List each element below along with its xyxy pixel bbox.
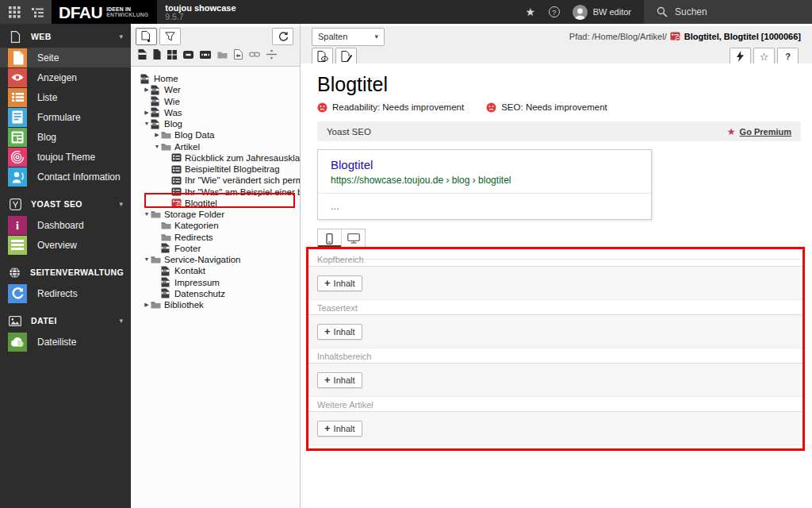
tree-node-storage-folder[interactable]: ▼Storage Folder: [131, 209, 300, 220]
sidebar-item-dashboard[interactable]: iDashboard: [0, 215, 131, 235]
logo-text: DFAU: [59, 4, 102, 21]
tree-node-r-ckblick-zum-jahresausklangsever[interactable]: Rückblick zum Jahresausklangsever: [131, 152, 300, 164]
add-content-button[interactable]: +Inhalt: [317, 372, 362, 388]
sysfolder-icon[interactable]: [217, 51, 228, 59]
topbar-toggles: [0, 0, 52, 24]
sidebar-item-liste[interactable]: Liste: [0, 87, 131, 107]
search-input[interactable]: Suchen: [644, 0, 812, 24]
tree-node-blog-data[interactable]: ▶Blog Data: [131, 129, 300, 140]
sidebar-item-toujou-theme[interactable]: toujou Theme: [0, 147, 131, 167]
page-title: Blogtitel: [317, 74, 801, 95]
tree-expander-icon[interactable]: ▶: [143, 109, 151, 117]
chevron-down-icon: ▾: [119, 33, 123, 40]
page-standard-icon[interactable]: [138, 49, 147, 60]
mount-point-icon[interactable]: [183, 51, 193, 59]
tree-node-wie[interactable]: Wie: [131, 96, 300, 107]
page-tree-panel: Home▶WerWie▶Was▼Blog▶Blog Data▼ArtikelRü…: [131, 24, 301, 508]
plus-icon: +: [324, 423, 331, 433]
recycler-icon[interactable]: [234, 49, 243, 60]
page-plain-icon[interactable]: [153, 49, 161, 60]
user-menu[interactable]: BW editor: [566, 0, 644, 24]
modules-grid-icon[interactable]: [9, 6, 21, 18]
new-page-button[interactable]: [136, 28, 157, 45]
content-section-weitere-artikel: Weitere Artikel+Inhalt: [308, 397, 802, 445]
separator-icon[interactable]: [266, 49, 277, 60]
tree-expander-icon[interactable]: ▼: [143, 256, 151, 264]
tree-node-wer[interactable]: ▶Wer: [131, 84, 300, 95]
tree-node-beispieltitel-blogbeitrag[interactable]: Beispieltitel Blogbeitrag: [131, 164, 300, 175]
edit-page-button[interactable]: [335, 48, 357, 65]
backend-section-icon[interactable]: [167, 50, 177, 60]
tree-node-ihr-was-am-beispiel-einer-bestimm[interactable]: Ihr "Was" am Beispiel einer bestimm: [131, 187, 300, 198]
tree-expander-icon[interactable]: ▼: [153, 143, 161, 151]
bookmark-button[interactable]: ☆: [753, 48, 775, 65]
folder-icon: [151, 301, 163, 309]
sidebar-item-formulare[interactable]: Formulare: [0, 107, 131, 127]
desktop-preview-button[interactable]: [341, 229, 365, 248]
user-name: BW editor: [593, 7, 631, 17]
breadcrumb: Pfad: /Home/Blog/Artikel/ Blogtitel, Blo…: [569, 32, 801, 41]
sidebar-item-blog[interactable]: Blog: [0, 127, 131, 147]
mobile-preview-button[interactable]: [318, 229, 341, 248]
tree-node-artikel[interactable]: ▼Artikel: [131, 141, 300, 152]
docheader-help-button[interactable]: ?: [777, 48, 799, 65]
columns-select[interactable]: Spalten▾: [312, 28, 385, 46]
sidebar-item-redirects[interactable]: Redirects: [0, 283, 131, 303]
tree-node-footer[interactable]: Footer: [131, 243, 300, 254]
doc-header: Spalten▾ Pfad: /Home/Blog/Artikel/ Blogt…: [301, 26, 812, 66]
snippet-title[interactable]: Blogtitel: [318, 150, 651, 171]
tree-node-redirects[interactable]: Redirects: [131, 232, 300, 243]
external-link-icon[interactable]: [249, 49, 260, 60]
sad-face-icon: [317, 102, 327, 113]
tree-expander-icon[interactable]: ▼: [143, 120, 151, 128]
tree-node-home[interactable]: Home: [131, 73, 300, 84]
sidebar-item-overview[interactable]: Overview: [0, 235, 131, 255]
tree-node-kontakt[interactable]: Kontakt: [131, 265, 300, 276]
sidebar-item-dateiliste[interactable]: Dateiliste: [0, 332, 131, 352]
dfau-logo[interactable]: DFAU IDEEN IN ENTWICKLUNG: [52, 0, 157, 24]
content-dropzone: +Inhalt: [308, 267, 802, 300]
add-content-button[interactable]: +Inhalt: [317, 275, 362, 291]
tree-node-datenschutz[interactable]: Datenschutz: [131, 288, 300, 299]
tree-node-bibliothek[interactable]: ▶Bibliothek: [131, 299, 300, 310]
spacer-icon[interactable]: [200, 51, 211, 59]
module-section-yoast-seo[interactable]: YOAST SEO▾: [0, 193, 131, 215]
add-content-button[interactable]: +Inhalt: [317, 421, 362, 437]
module-section-web[interactable]: WEB▾: [0, 25, 131, 48]
module-section-datei[interactable]: DATEI▾: [0, 310, 131, 332]
tree-node-blog[interactable]: ▼Blog: [131, 118, 300, 129]
plus-icon: +: [324, 278, 331, 288]
help-icon[interactable]: ?: [542, 0, 566, 24]
add-content-button[interactable]: +Inhalt: [317, 324, 362, 340]
sidebar-item-contact-information[interactable]: Contact Information: [0, 167, 131, 187]
go-premium-link[interactable]: ★ Go Premium: [727, 126, 791, 137]
tree-expander-icon[interactable]: ▼: [143, 210, 151, 218]
blog-icon: [8, 128, 27, 147]
sidebar-item-anzeigen[interactable]: Anzeigen: [0, 67, 131, 87]
tree-expander-icon[interactable]: ▶: [153, 131, 161, 139]
folder-icon: [151, 210, 163, 218]
tree-node-kategorien[interactable]: Kategorien: [131, 220, 300, 231]
filter-button[interactable]: [159, 28, 181, 45]
tree-expander-icon[interactable]: ▶: [143, 86, 151, 94]
content-section-kopfbereich: Kopfbereich+Inhalt: [308, 252, 802, 300]
status-badge: Readability: Needs improvement: [317, 102, 464, 113]
sad-face-icon: [486, 102, 496, 113]
top-bar: DFAU IDEEN IN ENTWICKLUNG toujou showcas…: [0, 0, 812, 24]
refresh-tree-button[interactable]: [272, 28, 293, 45]
clear-cache-button[interactable]: [730, 48, 751, 65]
page-icon: [140, 74, 152, 84]
avatar: [573, 5, 588, 20]
bookmark-star-icon[interactable]: ★: [519, 0, 542, 24]
tree-node-ihr-wie-ver-ndert-sich-permanent[interactable]: Ihr "Wie" verändert sich permanent: [131, 175, 300, 186]
tree-node-service-navigation[interactable]: ▼Service-Navigation: [131, 254, 300, 265]
pagetree-toggle-icon[interactable]: [32, 7, 44, 17]
view-page-button[interactable]: [312, 48, 333, 65]
yoast-panel-header[interactable]: Yoast SEO ★ Go Premium: [317, 121, 801, 141]
tree-node-blogtitel[interactable]: Blogtitel: [131, 198, 300, 209]
tree-node-was[interactable]: ▶Was: [131, 107, 300, 118]
tree-expander-icon[interactable]: ▶: [143, 301, 151, 309]
sidebar-item-seite[interactable]: Seite: [0, 48, 131, 67]
module-section-seitenverwaltung[interactable]: SEITENVERWALTUNG▾: [0, 261, 131, 283]
tree-node-impressum[interactable]: Impressum: [131, 277, 300, 288]
